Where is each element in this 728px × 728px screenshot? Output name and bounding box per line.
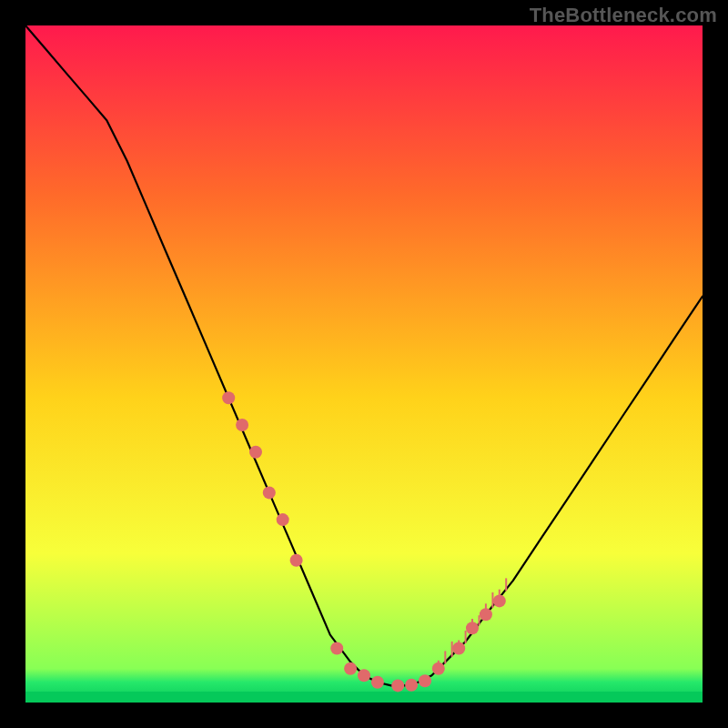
- marker-dot: [480, 608, 492, 621]
- marker-dot: [466, 622, 479, 634]
- marker-dot: [330, 642, 343, 655]
- marker-dot: [249, 446, 262, 459]
- marker-dot: [222, 391, 235, 404]
- bottleneck-chart: [25, 25, 703, 703]
- marker-dot: [405, 679, 418, 692]
- chart-frame: TheBottleneck.com: [0, 0, 728, 728]
- marker-dot: [432, 662, 445, 675]
- marker-dot: [391, 679, 404, 692]
- baseline-strip: [25, 692, 703, 703]
- marker-dot: [358, 669, 370, 682]
- plot-area: [25, 25, 703, 703]
- marker-dot: [290, 554, 303, 567]
- marker-dot: [236, 419, 248, 431]
- marker-dot: [419, 674, 431, 687]
- marker-dot: [263, 486, 276, 499]
- marker-dot: [277, 513, 289, 526]
- marker-dot: [344, 662, 357, 675]
- marker-dot: [371, 676, 384, 689]
- marker-dot: [493, 594, 506, 607]
- gradient-background: [25, 25, 703, 703]
- watermark-text: TheBottleneck.com: [530, 4, 717, 27]
- marker-dot: [452, 642, 465, 655]
